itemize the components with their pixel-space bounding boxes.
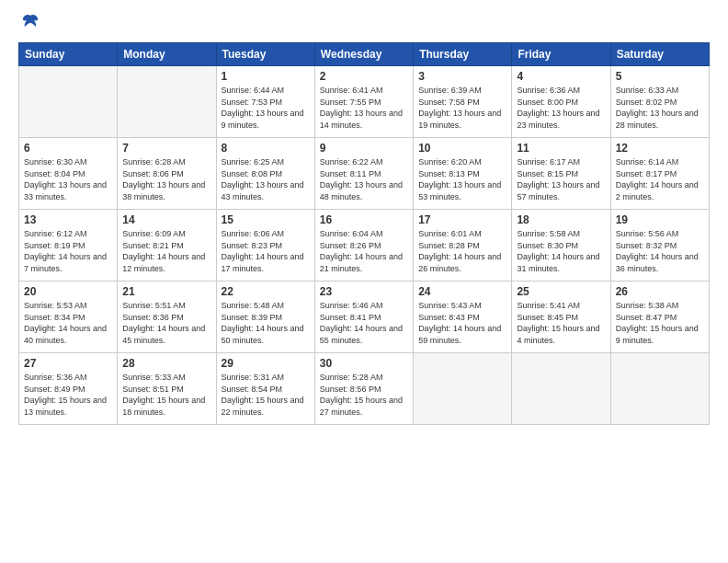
- header: [18, 17, 710, 37]
- day-info: Sunrise: 5:48 AM Sunset: 8:39 PM Dayligh…: [222, 300, 310, 346]
- calendar-week-row: 1 Sunrise: 6:44 AM Sunset: 7:53 PM Dayli…: [19, 66, 710, 138]
- day-number: 10: [418, 142, 506, 155]
- day-number: 15: [222, 213, 310, 226]
- day-info: Sunrise: 5:36 AM Sunset: 8:49 PM Dayligh…: [24, 372, 112, 418]
- day-info: Sunrise: 5:41 AM Sunset: 8:45 PM Dayligh…: [517, 300, 605, 346]
- calendar-cell: 17 Sunrise: 6:01 AM Sunset: 8:28 PM Dayl…: [414, 210, 512, 282]
- calendar-cell: [512, 353, 610, 425]
- day-header-sunday: Sunday: [19, 43, 118, 66]
- day-number: 19: [616, 213, 704, 226]
- day-number: 18: [517, 213, 605, 226]
- calendar-cell: 4 Sunrise: 6:36 AM Sunset: 8:00 PM Dayli…: [512, 66, 610, 138]
- day-number: 6: [24, 142, 112, 155]
- day-number: 11: [517, 142, 605, 155]
- day-info: Sunrise: 6:14 AM Sunset: 8:17 PM Dayligh…: [616, 156, 704, 202]
- day-number: 24: [418, 285, 506, 298]
- calendar-cell: 18 Sunrise: 5:58 AM Sunset: 8:30 PM Dayl…: [512, 210, 610, 282]
- day-info: Sunrise: 6:09 AM Sunset: 8:21 PM Dayligh…: [122, 228, 210, 274]
- calendar-cell: 25 Sunrise: 5:41 AM Sunset: 8:45 PM Dayl…: [512, 282, 610, 353]
- calendar-week-row: 20 Sunrise: 5:53 AM Sunset: 8:34 PM Dayl…: [19, 282, 710, 353]
- day-number: 28: [122, 357, 210, 370]
- day-info: Sunrise: 6:30 AM Sunset: 8:04 PM Dayligh…: [24, 156, 112, 202]
- day-info: Sunrise: 6:44 AM Sunset: 7:53 PM Dayligh…: [222, 85, 310, 131]
- calendar-week-row: 27 Sunrise: 5:36 AM Sunset: 8:49 PM Dayl…: [19, 353, 710, 425]
- calendar-cell: 5 Sunrise: 6:33 AM Sunset: 8:02 PM Dayli…: [610, 66, 709, 138]
- calendar-cell: 9 Sunrise: 6:22 AM Sunset: 8:11 PM Dayli…: [314, 138, 413, 210]
- day-number: 14: [122, 213, 210, 226]
- calendar-week-row: 6 Sunrise: 6:30 AM Sunset: 8:04 PM Dayli…: [19, 138, 710, 210]
- day-number: 13: [24, 213, 112, 226]
- calendar-cell: 3 Sunrise: 6:39 AM Sunset: 7:58 PM Dayli…: [414, 66, 512, 138]
- calendar-cell: 21 Sunrise: 5:51 AM Sunset: 8:36 PM Dayl…: [118, 282, 216, 353]
- day-info: Sunrise: 5:58 AM Sunset: 8:30 PM Dayligh…: [517, 228, 605, 274]
- day-number: 8: [222, 142, 310, 155]
- page: SundayMondayTuesdayWednesdayThursdayFrid…: [0, 0, 728, 563]
- day-info: Sunrise: 5:33 AM Sunset: 8:51 PM Dayligh…: [122, 372, 210, 418]
- day-number: 4: [517, 70, 605, 83]
- day-header-wednesday: Wednesday: [314, 43, 413, 66]
- day-info: Sunrise: 5:38 AM Sunset: 8:47 PM Dayligh…: [616, 300, 704, 346]
- calendar-cell: 30 Sunrise: 5:28 AM Sunset: 8:56 PM Dayl…: [314, 353, 413, 425]
- day-info: Sunrise: 5:31 AM Sunset: 8:54 PM Dayligh…: [222, 372, 310, 418]
- day-header-monday: Monday: [118, 43, 216, 66]
- calendar-cell: 29 Sunrise: 5:31 AM Sunset: 8:54 PM Dayl…: [216, 353, 314, 425]
- calendar-cell: [118, 66, 216, 138]
- day-number: 9: [320, 142, 408, 155]
- day-number: 17: [418, 213, 506, 226]
- calendar-cell: 26 Sunrise: 5:38 AM Sunset: 8:47 PM Dayl…: [610, 282, 709, 353]
- day-info: Sunrise: 6:22 AM Sunset: 8:11 PM Dayligh…: [320, 156, 408, 202]
- calendar-cell: 13 Sunrise: 6:12 AM Sunset: 8:19 PM Dayl…: [19, 210, 118, 282]
- day-info: Sunrise: 5:28 AM Sunset: 8:56 PM Dayligh…: [320, 372, 408, 418]
- day-info: Sunrise: 5:53 AM Sunset: 8:34 PM Dayligh…: [24, 300, 112, 346]
- calendar-cell: [19, 66, 118, 138]
- day-number: 21: [122, 285, 210, 298]
- day-number: 23: [320, 285, 408, 298]
- calendar-cell: [414, 353, 512, 425]
- day-info: Sunrise: 6:06 AM Sunset: 8:23 PM Dayligh…: [222, 228, 310, 274]
- day-header-tuesday: Tuesday: [216, 43, 314, 66]
- day-info: Sunrise: 5:51 AM Sunset: 8:36 PM Dayligh…: [122, 300, 210, 346]
- day-number: 2: [320, 70, 408, 83]
- calendar-cell: 16 Sunrise: 6:04 AM Sunset: 8:26 PM Dayl…: [314, 210, 413, 282]
- day-info: Sunrise: 6:33 AM Sunset: 8:02 PM Dayligh…: [616, 85, 704, 131]
- day-number: 27: [24, 357, 112, 370]
- day-info: Sunrise: 6:20 AM Sunset: 8:13 PM Dayligh…: [418, 156, 506, 202]
- day-number: 22: [222, 285, 310, 298]
- day-info: Sunrise: 6:17 AM Sunset: 8:15 PM Dayligh…: [517, 156, 605, 202]
- logo: [18, 17, 40, 37]
- day-info: Sunrise: 6:39 AM Sunset: 7:58 PM Dayligh…: [418, 85, 506, 131]
- calendar-cell: 6 Sunrise: 6:30 AM Sunset: 8:04 PM Dayli…: [19, 138, 118, 210]
- day-info: Sunrise: 5:46 AM Sunset: 8:41 PM Dayligh…: [320, 300, 408, 346]
- day-number: 5: [616, 70, 704, 83]
- day-header-thursday: Thursday: [414, 43, 512, 66]
- day-info: Sunrise: 6:01 AM Sunset: 8:28 PM Dayligh…: [418, 228, 506, 274]
- calendar-cell: 19 Sunrise: 5:56 AM Sunset: 8:32 PM Dayl…: [610, 210, 709, 282]
- calendar-cell: 8 Sunrise: 6:25 AM Sunset: 8:08 PM Dayli…: [216, 138, 314, 210]
- calendar-cell: [610, 353, 709, 425]
- day-info: Sunrise: 5:43 AM Sunset: 8:43 PM Dayligh…: [418, 300, 506, 346]
- calendar-cell: 27 Sunrise: 5:36 AM Sunset: 8:49 PM Dayl…: [19, 353, 118, 425]
- day-number: 12: [616, 142, 704, 155]
- calendar-header-row: SundayMondayTuesdayWednesdayThursdayFrid…: [19, 43, 710, 66]
- calendar-cell: 12 Sunrise: 6:14 AM Sunset: 8:17 PM Dayl…: [610, 138, 709, 210]
- calendar-cell: 20 Sunrise: 5:53 AM Sunset: 8:34 PM Dayl…: [19, 282, 118, 353]
- day-number: 7: [122, 142, 210, 155]
- day-info: Sunrise: 5:56 AM Sunset: 8:32 PM Dayligh…: [616, 228, 704, 274]
- calendar-table: SundayMondayTuesdayWednesdayThursdayFrid…: [18, 42, 710, 425]
- day-number: 29: [222, 357, 310, 370]
- calendar-cell: 24 Sunrise: 5:43 AM Sunset: 8:43 PM Dayl…: [414, 282, 512, 353]
- calendar-cell: 22 Sunrise: 5:48 AM Sunset: 8:39 PM Dayl…: [216, 282, 314, 353]
- day-number: 20: [24, 285, 112, 298]
- calendar-week-row: 13 Sunrise: 6:12 AM Sunset: 8:19 PM Dayl…: [19, 210, 710, 282]
- day-number: 16: [320, 213, 408, 226]
- day-number: 30: [320, 357, 408, 370]
- calendar-cell: 10 Sunrise: 6:20 AM Sunset: 8:13 PM Dayl…: [414, 138, 512, 210]
- day-info: Sunrise: 6:41 AM Sunset: 7:55 PM Dayligh…: [320, 85, 408, 131]
- calendar-cell: 2 Sunrise: 6:41 AM Sunset: 7:55 PM Dayli…: [314, 66, 413, 138]
- calendar-cell: 14 Sunrise: 6:09 AM Sunset: 8:21 PM Dayl…: [118, 210, 216, 282]
- day-number: 25: [517, 285, 605, 298]
- calendar-cell: 28 Sunrise: 5:33 AM Sunset: 8:51 PM Dayl…: [118, 353, 216, 425]
- day-header-saturday: Saturday: [610, 43, 709, 66]
- calendar-cell: 15 Sunrise: 6:06 AM Sunset: 8:23 PM Dayl…: [216, 210, 314, 282]
- day-header-friday: Friday: [512, 43, 610, 66]
